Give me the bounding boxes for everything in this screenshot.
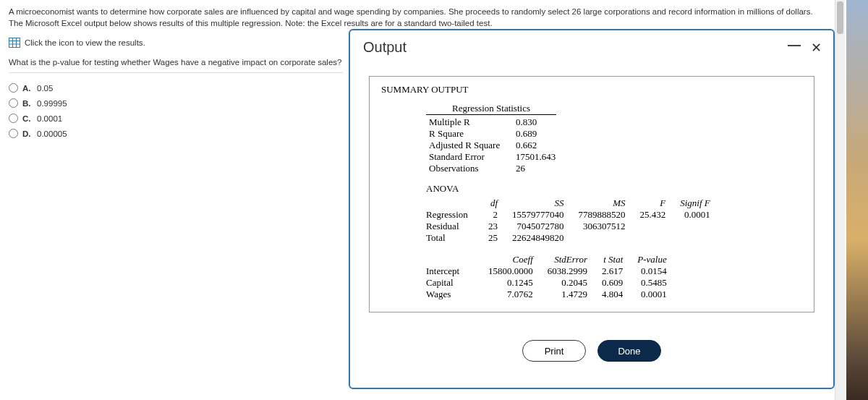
divider bbox=[9, 72, 343, 73]
table-row: Adjusted R Square0.662 bbox=[426, 140, 563, 151]
choice-letter: C. bbox=[22, 114, 33, 123]
anova-label: ANOVA bbox=[426, 183, 802, 195]
regression-statistics-header: Regression Statistics bbox=[426, 103, 556, 115]
intro-text: A microeconomist wants to determine how … bbox=[9, 6, 825, 29]
view-results-link[interactable]: Click the icon to view the results. bbox=[25, 38, 145, 47]
choice-letter: B. bbox=[22, 99, 33, 108]
radio-a[interactable] bbox=[9, 83, 18, 93]
close-icon[interactable]: ✕ bbox=[811, 41, 822, 54]
coefficients-table: Coeff StdError t Stat P-value Intercept1… bbox=[426, 254, 674, 300]
modal-header: Output — ✕ bbox=[350, 30, 833, 61]
table-header-row: Coeff StdError t Stat P-value bbox=[426, 254, 674, 265]
choice-letter: A. bbox=[22, 84, 33, 93]
table-row: Total2522624849820 bbox=[426, 232, 718, 244]
table-row: Observations26 bbox=[426, 163, 563, 174]
svg-rect-0 bbox=[9, 38, 20, 48]
table-row: Regression215579777040778988852025.4320.… bbox=[426, 209, 718, 221]
radio-d[interactable] bbox=[9, 129, 18, 138]
table-row: Wages7.07621.47294.8040.0001 bbox=[426, 289, 674, 300]
table-icon[interactable] bbox=[9, 38, 20, 48]
vertical-scrollbar[interactable] bbox=[835, 0, 845, 400]
table-row: Multiple R0.830 bbox=[426, 116, 563, 128]
desktop-background-strip bbox=[846, 0, 868, 400]
table-row: Residual237045072780306307512 bbox=[426, 221, 718, 232]
radio-c[interactable] bbox=[9, 114, 18, 123]
table-row: Intercept15800.00006038.29992.6170.0154 bbox=[426, 265, 674, 277]
choice-text: 0.0001 bbox=[37, 114, 62, 123]
anova-table: df SS MS F Signif F Regression2155797770… bbox=[426, 197, 718, 244]
radio-b[interactable] bbox=[9, 98, 18, 108]
choice-text: 0.99995 bbox=[37, 99, 67, 108]
modal-footer: Print Done bbox=[350, 340, 833, 362]
scrollbar-thumb[interactable] bbox=[837, 1, 843, 34]
regression-statistics-table: Multiple R0.830 R Square0.689 Adjusted R… bbox=[426, 116, 563, 174]
choice-text: 0.00005 bbox=[37, 129, 67, 138]
table-row: Standard Error17501.643 bbox=[426, 151, 563, 163]
summary-output-box: SUMMARY OUTPUT Regression Statistics Mul… bbox=[369, 76, 814, 312]
table-row: Capital0.12450.20450.6090.5485 bbox=[426, 277, 674, 289]
choice-letter: D. bbox=[22, 129, 33, 138]
table-row: R Square0.689 bbox=[426, 128, 563, 140]
choice-text: 0.05 bbox=[37, 84, 53, 93]
minimize-icon[interactable]: — bbox=[788, 38, 801, 51]
summary-output-label: SUMMARY OUTPUT bbox=[381, 84, 802, 95]
output-modal: Output — ✕ SUMMARY OUTPUT Regression Sta… bbox=[349, 29, 835, 389]
print-button[interactable]: Print bbox=[522, 340, 586, 362]
modal-title: Output bbox=[363, 39, 407, 56]
table-header-row: df SS MS F Signif F bbox=[426, 197, 718, 209]
done-button[interactable]: Done bbox=[597, 340, 661, 362]
